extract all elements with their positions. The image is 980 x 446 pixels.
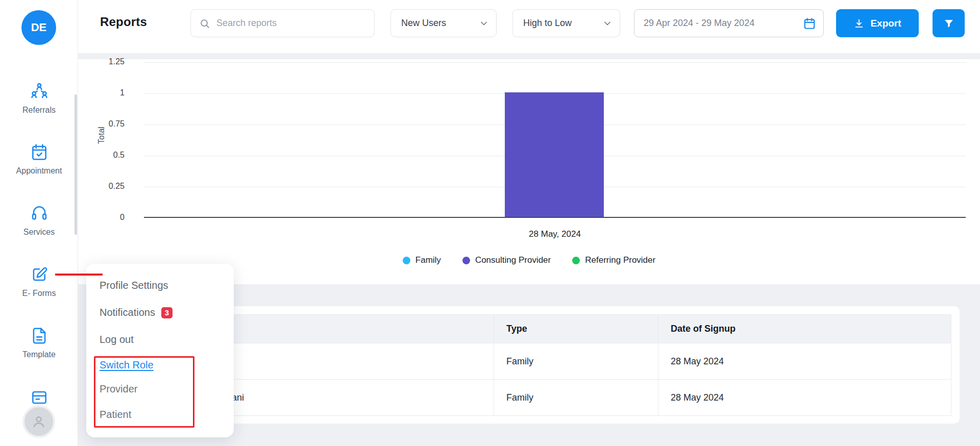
annotation-line bbox=[55, 274, 103, 276]
x-axis-line bbox=[144, 217, 966, 218]
eforms-icon bbox=[30, 265, 49, 284]
y-tick: 1.25 bbox=[84, 57, 125, 66]
referring-provider-dot-icon bbox=[572, 257, 580, 264]
sidebar-item-label: Appointment bbox=[16, 166, 62, 176]
filter-button[interactable] bbox=[933, 9, 965, 37]
menu-item-label: Provider bbox=[100, 383, 137, 395]
menu-item-label: Notifications bbox=[100, 307, 155, 318]
profile-dropdown-menu: Profile Settings Notifications 3 Log out… bbox=[86, 264, 234, 437]
search-icon bbox=[199, 18, 210, 29]
legend-label: Referring Provider bbox=[585, 255, 655, 265]
search-input-wrapper bbox=[190, 9, 375, 37]
menu-item-patient[interactable]: Patient bbox=[100, 401, 224, 428]
legend-label: Consulting Provider bbox=[475, 255, 551, 265]
menu-item-label: Patient bbox=[100, 409, 131, 420]
menu-item-label: Log out bbox=[100, 334, 134, 345]
gridline bbox=[144, 62, 966, 63]
cell-date: 28 May 2024 bbox=[658, 380, 951, 416]
services-icon bbox=[30, 204, 49, 223]
sort-value: High to Low bbox=[523, 18, 572, 29]
funnel-icon bbox=[943, 17, 955, 30]
x-tick-label: 28 May, 2024 bbox=[144, 229, 966, 239]
column-header-type: Type bbox=[494, 315, 658, 343]
family-dot-icon bbox=[403, 257, 410, 264]
sidebar-item-template[interactable]: Template bbox=[0, 326, 78, 359]
download-icon bbox=[853, 18, 865, 29]
user-avatar[interactable] bbox=[22, 405, 55, 438]
sidebar-item-label: Services bbox=[23, 228, 55, 237]
consulting-provider-dot-icon bbox=[462, 257, 470, 264]
date-range-value: 29 Apr 2024 - 29 May 2024 bbox=[644, 18, 754, 29]
menu-item-label: Profile Settings bbox=[100, 280, 168, 291]
column-header-date: Date of Signup bbox=[658, 315, 951, 343]
search-input[interactable] bbox=[216, 18, 367, 29]
menu-item-switch-role[interactable]: Switch Role bbox=[100, 353, 224, 377]
menu-item-logout[interactable]: Log out bbox=[100, 326, 224, 353]
sort-dropdown[interactable]: High to Low bbox=[512, 9, 620, 37]
sidebar-item-appointment[interactable]: Appointment bbox=[0, 142, 78, 176]
y-tick: 0.25 bbox=[84, 182, 125, 191]
person-icon bbox=[30, 413, 47, 430]
sidebar-item-eforms[interactable]: E- Forms bbox=[0, 265, 78, 298]
sidebar-item-label: Template bbox=[22, 350, 56, 359]
legend-item-consulting-provider[interactable]: Consulting Provider bbox=[462, 255, 551, 265]
y-tick: 0.5 bbox=[84, 151, 125, 160]
legend-item-family[interactable]: Family bbox=[403, 255, 441, 265]
sidebar-item-referrals[interactable]: Referrals bbox=[0, 82, 78, 115]
table-row: ani Family 28 May 2024 bbox=[109, 380, 951, 416]
y-tick: 0 bbox=[84, 213, 125, 222]
export-label: Export bbox=[870, 18, 901, 29]
page-title: Reports bbox=[100, 15, 147, 29]
sidebar-item-partial[interactable] bbox=[0, 388, 78, 407]
appointment-icon bbox=[30, 142, 49, 162]
sidebar-item-services[interactable]: Services bbox=[0, 204, 78, 237]
y-tick: 0.75 bbox=[84, 119, 125, 129]
menu-item-provider[interactable]: Provider bbox=[100, 377, 224, 401]
sidebar-scrollbar-thumb[interactable] bbox=[75, 94, 77, 235]
cell-type: Family bbox=[494, 343, 658, 380]
legend-item-referring-provider[interactable]: Referring Provider bbox=[572, 255, 655, 265]
report-type-dropdown[interactable]: New Users bbox=[390, 9, 497, 37]
cell-date: 28 May 2024 bbox=[658, 343, 951, 380]
reports-page: Total 1.25 1 0.75 0.5 0.25 0 28 May, 202… bbox=[0, 0, 980, 446]
date-range-picker[interactable]: 29 Apr 2024 - 29 May 2024 bbox=[634, 9, 824, 37]
chevron-down-icon bbox=[479, 18, 489, 29]
table-header-row: Type Date of Signup bbox=[109, 315, 951, 343]
y-tick: 1 bbox=[84, 88, 125, 97]
sidebar: DE Referrals Appointment Services E- For… bbox=[0, 0, 78, 446]
report-type-value: New Users bbox=[401, 18, 446, 29]
signup-table: Type Date of Signup Family 28 May 2024 a… bbox=[108, 314, 951, 416]
template-icon bbox=[30, 326, 49, 345]
y-axis-ticks: 1.25 1 0.75 0.5 0.25 0 bbox=[78, 59, 134, 284]
referrals-icon bbox=[30, 82, 49, 101]
sidebar-item-label: E- Forms bbox=[22, 289, 56, 298]
bar-consulting-provider bbox=[505, 92, 604, 217]
chart-card: Total 1.25 1 0.75 0.5 0.25 0 28 May, 202… bbox=[78, 59, 980, 284]
chevron-down-icon bbox=[602, 18, 612, 29]
cell-type: Family bbox=[494, 380, 658, 416]
top-bar: Reports New Users High to Low 29 Apr 202… bbox=[78, 0, 980, 53]
avatar[interactable]: DE bbox=[21, 10, 56, 45]
menu-item-profile-settings[interactable]: Profile Settings bbox=[100, 272, 224, 299]
card-icon bbox=[30, 388, 49, 407]
notifications-badge: 3 bbox=[161, 307, 173, 318]
menu-item-notifications[interactable]: Notifications 3 bbox=[100, 299, 224, 326]
calendar-icon bbox=[803, 17, 816, 30]
chart-plot bbox=[144, 62, 966, 218]
menu-item-label: Switch Role bbox=[100, 359, 154, 371]
sidebar-item-label: Referrals bbox=[22, 106, 56, 115]
legend-label: Family bbox=[415, 255, 441, 265]
table-row: Family 28 May 2024 bbox=[109, 343, 951, 380]
export-button[interactable]: Export bbox=[836, 9, 919, 37]
